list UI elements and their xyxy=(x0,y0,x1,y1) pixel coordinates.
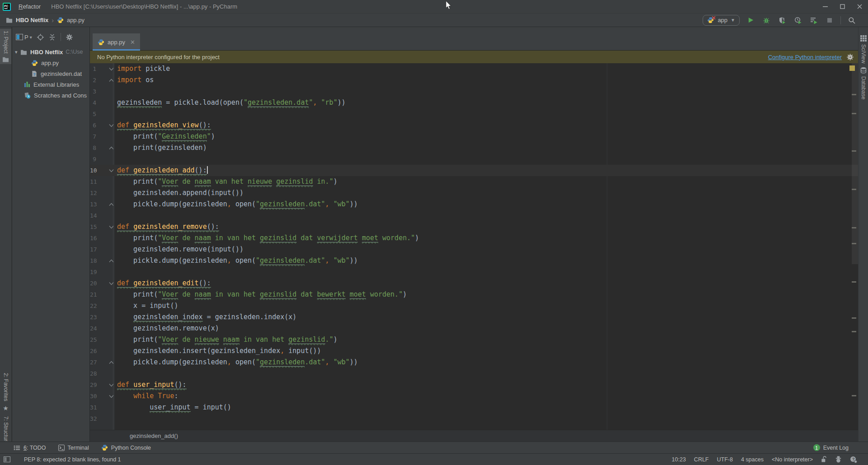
scrollbar-mark[interactable] xyxy=(852,94,856,95)
fold-collapse-icon[interactable] xyxy=(109,120,114,131)
code-line[interactable]: 25 print("Voer de nieuwe naam in van het… xyxy=(90,334,858,345)
line-number[interactable]: 8 xyxy=(90,142,96,153)
status-widget-interpreter[interactable]: <No interpreter> xyxy=(772,456,813,463)
code-line[interactable]: 20def gezinsleden_edit(): xyxy=(90,278,858,289)
status-widget-indent[interactable]: 4 spaces xyxy=(741,456,764,463)
line-number[interactable]: 3 xyxy=(90,86,96,97)
code-line[interactable]: 2import os xyxy=(90,74,858,86)
code-line[interactable]: 19 xyxy=(90,266,858,278)
scrollbar-mark[interactable] xyxy=(852,150,856,152)
project-view-select[interactable]: P ▾ xyxy=(16,34,32,41)
line-number[interactable]: 2 xyxy=(90,74,96,86)
line-number[interactable]: 26 xyxy=(90,345,96,357)
project-tree-item-hbo-netflix[interactable]: ▾HBO NetflixC:\Use xyxy=(12,46,89,57)
tab-close-icon[interactable]: ✕ xyxy=(130,39,135,46)
project-tree-item-external-libraries[interactable]: External Libraries xyxy=(12,79,89,90)
run-with-coverage-button[interactable] xyxy=(777,15,787,25)
line-number[interactable]: 25 xyxy=(90,334,96,345)
line-number[interactable]: 18 xyxy=(90,255,96,266)
tool-window-button-python-console[interactable]: Python Console xyxy=(101,444,151,451)
close-button[interactable] xyxy=(851,0,868,13)
lock-open-icon[interactable] xyxy=(821,456,827,463)
line-number[interactable]: 1 xyxy=(90,63,96,74)
code-line[interactable]: 21 print("Voer de naam in van het gezins… xyxy=(90,289,858,300)
code-line[interactable]: 12 gezinsleden.append(input()) xyxy=(90,187,858,199)
line-number[interactable]: 29 xyxy=(90,379,96,391)
line-number[interactable]: 10 xyxy=(90,165,96,176)
code-line[interactable]: 28 xyxy=(90,368,858,379)
code-line[interactable]: 30 while True: xyxy=(90,391,858,402)
code-line[interactable]: 5 xyxy=(90,108,858,120)
status-widget-line-separator[interactable]: CRLF xyxy=(694,456,709,463)
code-line[interactable]: 26 gezinsleden.insert(gezinsleden_index,… xyxy=(90,345,858,357)
line-number[interactable]: 6 xyxy=(90,120,96,131)
tool-window-toggle-icon[interactable] xyxy=(4,456,10,462)
status-message[interactable]: PEP 8: expected 2 blank lines, found 1 xyxy=(24,456,121,463)
code-line[interactable]: 7 print("Gezinsleden") xyxy=(90,131,858,142)
help-settings-icon[interactable]: ? xyxy=(850,456,857,463)
code-editor[interactable]: 1import pickle2import os34gezinsleden = … xyxy=(90,63,858,430)
line-number[interactable]: 20 xyxy=(90,278,96,289)
project-settings-gear-icon[interactable] xyxy=(66,34,73,41)
maximize-button[interactable] xyxy=(834,0,851,13)
project-tree-item-gezinsleden-dat[interactable]: ?gezinsleden.dat xyxy=(12,68,89,79)
status-widget-caret-position[interactable]: 10:23 xyxy=(672,456,686,463)
line-number[interactable]: 23 xyxy=(90,312,96,323)
line-number[interactable]: 32 xyxy=(90,413,96,424)
line-number[interactable]: 15 xyxy=(90,221,96,232)
code-line[interactable]: 1import pickle xyxy=(90,63,858,74)
breadcrumb-item-hbo-netflix[interactable]: HBO Netflix xyxy=(16,17,48,23)
menu-refactor[interactable]: Refactor xyxy=(14,0,46,13)
editor-tab-app-py[interactable]: app.py ✕ xyxy=(93,33,140,51)
scrollbar-mark[interactable] xyxy=(852,227,856,228)
fold-collapse-icon[interactable] xyxy=(109,278,114,289)
line-number[interactable]: 31 xyxy=(90,402,96,413)
code-line[interactable]: 6def gezinsleden_view(): xyxy=(90,120,858,131)
minimize-button[interactable] xyxy=(816,0,834,13)
line-number[interactable]: 5 xyxy=(90,108,96,120)
tool-window-button-database[interactable]: Database xyxy=(859,65,868,101)
code-line[interactable]: 4gezinsleden = pickle.load(open("gezinsl… xyxy=(90,97,858,108)
scrollbar-mark[interactable] xyxy=(852,243,856,244)
run-with-settings-button[interactable] xyxy=(809,15,819,25)
code-line[interactable]: 10def gezinsleden_add(): xyxy=(90,165,858,176)
code-line[interactable]: 31 user_input = input() xyxy=(90,402,858,413)
tool-window-button-1-project[interactable]: 1: Project xyxy=(0,29,11,64)
code-line[interactable]: 29def user_input(): xyxy=(90,379,858,391)
code-line[interactable]: 18 pickle.dump(gezinsleden, open("gezins… xyxy=(90,255,858,266)
tool-window-button-sciview[interactable]: SciView xyxy=(859,33,868,65)
line-number[interactable]: 24 xyxy=(90,323,96,334)
tree-expand-arrow-icon[interactable]: ▾ xyxy=(15,49,20,55)
breadcrumb-item-app-py[interactable]: app.py xyxy=(67,17,84,23)
event-log-button[interactable]: 1 Event Log xyxy=(813,444,849,451)
configure-interpreter-link[interactable]: Configure Python interpreter xyxy=(768,54,842,60)
code-line[interactable]: 27 pickle.dump(gezinsleden, open("gezins… xyxy=(90,357,858,368)
line-number[interactable]: 13 xyxy=(90,199,96,210)
scrollbar-mark[interactable] xyxy=(852,331,856,332)
tool-window-button-terminal[interactable]: Terminal xyxy=(58,444,89,451)
inspection-status-indicator[interactable] xyxy=(849,65,855,71)
tool-window-button-6-todo[interactable]: 6: TODO xyxy=(14,444,46,451)
code-line[interactable]: 3 xyxy=(90,86,858,97)
line-number[interactable]: 4 xyxy=(90,97,96,108)
line-number[interactable]: 14 xyxy=(90,210,96,221)
scrollbar[interactable] xyxy=(852,63,858,264)
status-widget-encoding[interactable]: UTF-8 xyxy=(717,456,733,463)
debug-button[interactable] xyxy=(761,15,771,25)
line-number[interactable]: 28 xyxy=(90,368,96,379)
code-line[interactable]: 8 print(gezinsleden) xyxy=(90,142,858,153)
scrollbar-mark[interactable] xyxy=(852,189,856,190)
code-line[interactable]: 16 print("Voer de naam in van het gezins… xyxy=(90,232,858,244)
tool-window-button-2-favorites[interactable]: 2: Favorites★ xyxy=(0,371,11,414)
line-number[interactable]: 17 xyxy=(90,244,96,255)
stop-button[interactable] xyxy=(825,15,835,25)
fold-end-icon[interactable] xyxy=(109,255,114,266)
code-line[interactable]: 32 xyxy=(90,413,858,424)
line-number[interactable]: 22 xyxy=(90,300,96,312)
line-number[interactable]: 21 xyxy=(90,289,96,300)
fold-collapse-icon[interactable] xyxy=(109,379,114,391)
project-tree-item-scratches-and-cons[interactable]: Scratches and Cons xyxy=(12,90,89,101)
search-everywhere-icon[interactable] xyxy=(847,15,857,25)
line-number[interactable]: 9 xyxy=(90,153,96,165)
scrollbar-mark[interactable] xyxy=(852,281,856,283)
